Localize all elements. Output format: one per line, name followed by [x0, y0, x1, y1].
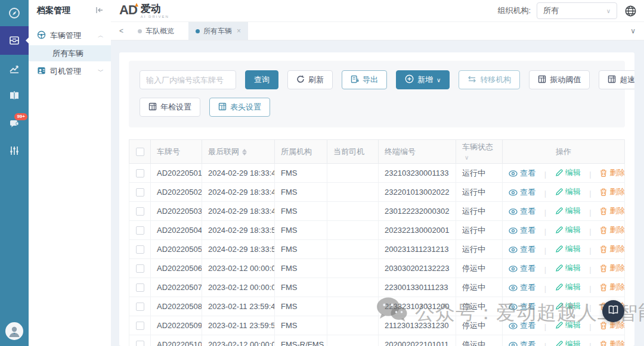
row-checkbox[interactable] [136, 264, 144, 273]
tabs-scroll-left-icon[interactable]: < [119, 27, 123, 35]
row-checkbox[interactable] [136, 226, 144, 235]
search-input[interactable] [140, 70, 236, 89]
sidebar-title: 档案管理 [37, 5, 70, 16]
vibration-threshold-button[interactable]: 振动阈值 [529, 70, 590, 89]
delete-button[interactable]: 删除 [600, 244, 624, 254]
action-divider: | [544, 189, 546, 198]
edit-button[interactable]: 编辑 [555, 320, 581, 331]
cell-org: FMS [275, 164, 327, 183]
action-divider: | [544, 265, 546, 274]
row-checkbox[interactable] [136, 322, 144, 330]
tabs-menu-icon[interactable]: ∨ [630, 27, 636, 35]
tab-fleet-overview[interactable]: 车队概览 [131, 22, 181, 40]
query-button[interactable]: 查询 [245, 70, 278, 89]
cell-last-online: 2024-02-29 18:33:52 [202, 221, 275, 240]
view-button[interactable]: 查看 [509, 244, 535, 255]
cell-plate: AD20220506 [151, 259, 202, 278]
col-last-online[interactable]: 最后联网 [202, 140, 275, 164]
delete-button[interactable]: 删除 [600, 339, 624, 346]
view-button[interactable]: 查看 [509, 339, 535, 346]
view-button[interactable]: 查看 [509, 225, 535, 236]
row-checkbox-cell [129, 221, 151, 240]
row-checkbox[interactable] [136, 188, 144, 197]
cell-org: FMS [275, 316, 327, 335]
row-checkbox[interactable] [136, 245, 144, 254]
delete-button[interactable]: 删除 [600, 167, 624, 178]
col-status[interactable]: 车辆状态∨ [456, 140, 503, 164]
row-checkbox[interactable] [136, 303, 144, 311]
overspeed-threshold-button[interactable]: 超速阈值 [599, 70, 634, 89]
action-divider: | [589, 227, 591, 236]
delete-button[interactable]: 删除 [600, 263, 624, 273]
tab-close-icon[interactable]: × [237, 27, 241, 35]
sidebar-menu: 车辆管理 ︿ 所有车辆 司机管理 ﹀ [29, 27, 111, 79]
cell-plate: AD20220504 [151, 221, 202, 240]
cell-org: FMS [275, 183, 327, 202]
edit-button[interactable]: 编辑 [555, 282, 581, 292]
delete-button[interactable]: 删除 [600, 205, 624, 216]
delete-button[interactable]: 删除 [600, 225, 624, 235]
action-divider: | [544, 227, 546, 236]
table-grid-icon [538, 75, 546, 85]
menu-driver-management[interactable]: 司机管理 ﹀ [29, 63, 111, 79]
edit-button[interactable]: 编辑 [555, 205, 581, 216]
message-badge: 99+ [14, 113, 27, 120]
view-button[interactable]: 查看 [509, 206, 535, 217]
view-button[interactable]: 查看 [509, 187, 535, 198]
edit-button[interactable]: 编辑 [555, 263, 581, 273]
view-button[interactable]: 查看 [509, 168, 535, 179]
user-avatar[interactable] [0, 322, 29, 340]
cell-terminal: 211230132331230 [379, 316, 456, 335]
collapse-sidebar-icon[interactable] [95, 6, 104, 15]
tab-all-vehicles[interactable]: 所有车辆 × [188, 22, 248, 40]
sidebar-item-settings[interactable] [0, 137, 29, 164]
language-globe-icon[interactable] [624, 5, 637, 17]
view-button[interactable]: 查看 [509, 263, 535, 274]
sidebar-item-knowledge[interactable] [0, 82, 29, 110]
edit-button[interactable]: 编辑 [555, 186, 581, 197]
export-button[interactable]: 导出 [342, 70, 387, 89]
transfer-org-button[interactable]: 转移机构 [459, 70, 520, 89]
edit-button[interactable]: 编辑 [555, 339, 581, 346]
driver-icon [37, 66, 46, 77]
cell-terminal: 232201013002022 [379, 183, 456, 202]
cell-org: FMS [275, 278, 327, 297]
annual-inspection-button[interactable]: 年检设置 [140, 98, 200, 117]
delete-button[interactable]: 删除 [600, 282, 624, 292]
view-button[interactable]: 查看 [509, 320, 535, 331]
sidebar-item-messages[interactable]: 99+ [0, 110, 29, 137]
cell-plate: AD20220509 [151, 316, 202, 335]
cell-status: 停运中 [456, 316, 503, 335]
add-button[interactable]: 新增 ∨ [396, 70, 450, 89]
edit-button[interactable]: 编辑 [555, 167, 581, 178]
row-checkbox[interactable] [136, 341, 144, 346]
sidebar-item-statistics[interactable] [0, 55, 29, 82]
refresh-button[interactable]: 刷新 [287, 70, 333, 89]
cell-status: 停运中 [456, 297, 503, 316]
edit-button[interactable]: 编辑 [555, 301, 581, 311]
view-button[interactable]: 查看 [509, 301, 535, 312]
menu-all-vehicles[interactable]: 所有车辆 [29, 45, 111, 61]
delete-button[interactable]: 删除 [600, 186, 624, 197]
sidebar-item-archive[interactable] [0, 26, 29, 55]
view-button[interactable]: 查看 [509, 282, 535, 293]
row-checkbox[interactable] [136, 283, 144, 292]
cell-plate: AD20220503 [151, 202, 202, 221]
organization-select[interactable]: 所有 ∨ [537, 2, 617, 19]
table-header-settings-button[interactable]: 表头设置 [209, 98, 270, 117]
edit-button[interactable]: 编辑 [555, 244, 581, 254]
row-checkbox[interactable] [136, 207, 144, 216]
cell-last-online: 2023-02-11 23:59:50 [202, 316, 275, 335]
cell-status: 停运中 [456, 335, 503, 346]
floating-book-button[interactable] [602, 300, 624, 322]
row-checkbox-cell [129, 183, 151, 202]
row-checkbox[interactable] [136, 169, 144, 177]
select-all-checkbox[interactable] [136, 148, 144, 156]
sidebar-item-dashboard[interactable] [0, 0, 29, 26]
edit-button[interactable]: 编辑 [555, 225, 581, 235]
action-divider: | [544, 246, 546, 255]
organization-value: 所有 [543, 5, 559, 16]
sort-icon[interactable] [242, 149, 247, 155]
filter-chevron-icon[interactable]: ∨ [465, 154, 469, 161]
menu-vehicle-management[interactable]: 车辆管理 ︿ [29, 27, 111, 43]
